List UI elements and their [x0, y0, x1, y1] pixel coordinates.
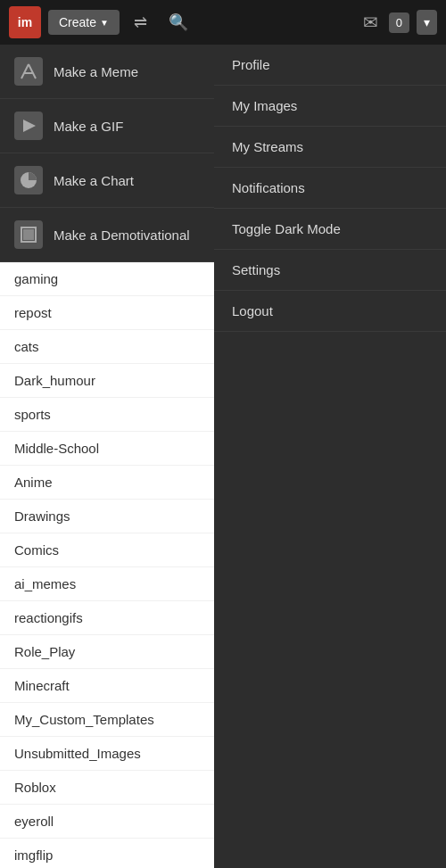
make-gif-item[interactable]: Make a GIF: [0, 99, 214, 153]
shuffle-icon[interactable]: ⇌: [127, 9, 154, 36]
mail-icon[interactable]: ✉: [359, 8, 382, 37]
tag-unsubmitted-images[interactable]: Unsubmitted_Images: [0, 737, 214, 771]
svg-marker-3: [23, 120, 36, 132]
user-dropdown: Profile My Images My Streams Notificatio…: [214, 45, 446, 868]
create-dropdown: Make a Meme Make a GIF Make a Chart: [0, 45, 214, 262]
tag-role-play[interactable]: Role_Play: [0, 635, 214, 669]
tag-cats[interactable]: cats: [0, 330, 214, 364]
chart-icon: [14, 166, 43, 194]
header: im Create ▼ ⇌ 🔍 ✉ 0 ▾: [0, 0, 446, 45]
demotivational-icon: [14, 220, 43, 249]
tag-drawings[interactable]: Drawings: [0, 500, 214, 533]
gif-icon: [14, 112, 43, 140]
make-chart-item[interactable]: Make a Chart: [0, 153, 214, 208]
tag-comics[interactable]: Comics: [0, 533, 214, 567]
search-icon[interactable]: 🔍: [161, 9, 195, 36]
menu-profile[interactable]: Profile: [214, 45, 446, 86]
tag-minecraft[interactable]: Minecraft: [0, 669, 214, 703]
tag-list: gaming repost cats Dark_humour sports Mi…: [0, 262, 214, 868]
tag-ai-memes[interactable]: ai_memes: [0, 567, 214, 601]
svg-line-0: [21, 64, 29, 79]
menu-my-streams[interactable]: My Streams: [214, 127, 446, 168]
menu-toggle-dark-mode[interactable]: Toggle Dark Mode: [214, 209, 446, 250]
tag-sports[interactable]: sports: [0, 398, 214, 432]
make-meme-item[interactable]: Make a Meme: [0, 45, 214, 99]
user-menu-button[interactable]: ▾: [417, 10, 437, 35]
tag-eyeroll[interactable]: eyeroll: [0, 805, 214, 839]
menu-notifications[interactable]: Notifications: [214, 168, 446, 209]
create-arrow: ▼: [100, 18, 109, 28]
tag-roblox[interactable]: Roblox: [0, 771, 214, 805]
tag-middle-school[interactable]: Middle-School: [0, 432, 214, 466]
tag-reactiongifs[interactable]: reactiongifs: [0, 601, 214, 635]
svg-rect-6: [23, 229, 34, 240]
notification-count[interactable]: 0: [389, 12, 409, 33]
meme-icon: [14, 57, 43, 86]
tag-imgflip[interactable]: imgflip: [0, 839, 214, 868]
logo[interactable]: im: [9, 6, 41, 38]
tag-my-custom-templates[interactable]: My_Custom_Templates: [0, 703, 214, 737]
tag-dark-humour[interactable]: Dark_humour: [0, 364, 214, 398]
dropdown-container: Make a Meme Make a GIF Make a Chart: [0, 45, 446, 868]
create-button[interactable]: Create ▼: [48, 10, 120, 35]
menu-my-images[interactable]: My Images: [214, 86, 446, 127]
menu-logout[interactable]: Logout: [214, 291, 446, 332]
make-demotivational-item[interactable]: Make a Demotivational: [0, 208, 214, 262]
tag-gaming[interactable]: gaming: [0, 262, 214, 296]
menu-settings[interactable]: Settings: [214, 250, 446, 291]
tag-anime[interactable]: Anime: [0, 466, 214, 500]
tag-repost[interactable]: repost: [0, 296, 214, 330]
svg-line-1: [29, 64, 36, 79]
